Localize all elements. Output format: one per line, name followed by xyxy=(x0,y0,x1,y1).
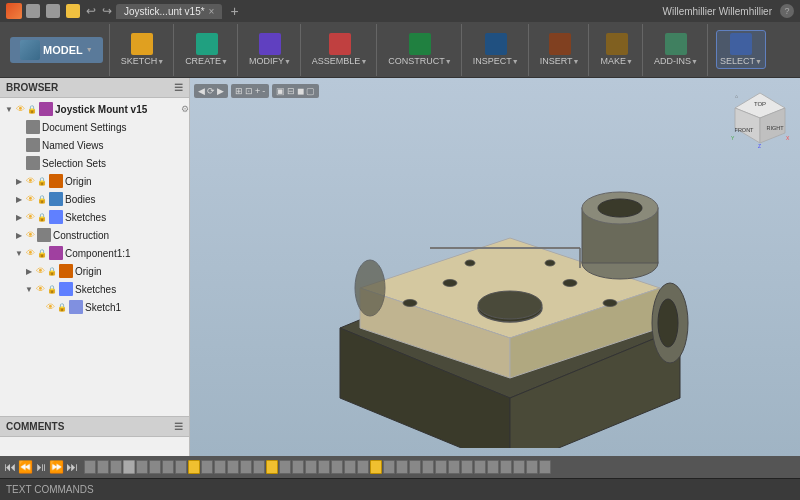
eye-icon-sketch1[interactable]: 👁 xyxy=(46,302,55,312)
timeline-prev-btn[interactable]: ⏪ xyxy=(18,460,33,474)
lock-icon-origin-root[interactable]: 🔒 xyxy=(37,177,47,186)
timeline-step[interactable] xyxy=(331,460,343,474)
assemble-btn[interactable]: ASSEMBLE ▼ xyxy=(309,31,370,68)
zoom-group[interactable]: ⊞ ⊡ + - xyxy=(231,84,269,98)
timeline-step[interactable] xyxy=(149,460,161,474)
nav-back-btn[interactable]: ◀ xyxy=(198,86,205,96)
timeline-step[interactable] xyxy=(383,460,395,474)
insert-btn[interactable]: INSERT ▼ xyxy=(537,31,583,68)
lock-icon-sketch1[interactable]: 🔒 xyxy=(57,303,67,312)
timeline-step[interactable] xyxy=(162,460,174,474)
timeline-step[interactable] xyxy=(305,460,317,474)
timeline-step[interactable] xyxy=(97,460,109,474)
new-icon[interactable] xyxy=(26,4,40,18)
timeline-step[interactable] xyxy=(214,460,226,474)
timeline-step[interactable] xyxy=(240,460,252,474)
tree-item-construction[interactable]: ▶ 👁 Construction xyxy=(0,226,189,244)
lock-icon-sketches-comp[interactable]: 🔒 xyxy=(47,285,57,294)
tree-item-sketch1[interactable]: 👁 🔒 Sketch1 xyxy=(0,298,189,316)
timeline-step[interactable] xyxy=(201,460,213,474)
browser-options-btn[interactable]: ☰ xyxy=(174,82,183,93)
timeline-step[interactable] xyxy=(396,460,408,474)
redo-icon[interactable]: ↪ xyxy=(102,4,112,18)
lock-icon-component1[interactable]: 🔒 xyxy=(37,249,47,258)
eye-icon-origin-root[interactable]: 👁 xyxy=(26,176,35,186)
eye-icon-origin-comp[interactable]: 👁 xyxy=(36,266,45,276)
lock-icon-root[interactable]: 🔒 xyxy=(27,105,37,114)
open-icon[interactable] xyxy=(46,4,60,18)
eye-icon-construction[interactable]: 👁 xyxy=(26,230,35,240)
tree-item-sketches-comp[interactable]: ▼ 👁 🔒 Sketches xyxy=(0,280,189,298)
timeline-first-btn[interactable]: ⏮ xyxy=(4,460,16,474)
zoom-in-btn[interactable]: + xyxy=(255,86,260,96)
file-tab[interactable]: Joystick...unt v15* × xyxy=(116,4,222,19)
timeline-step[interactable] xyxy=(110,460,122,474)
timeline-step[interactable] xyxy=(292,460,304,474)
zoom-fit-btn[interactable]: ⊞ xyxy=(235,86,243,96)
tree-item-selection-sets[interactable]: Selection Sets xyxy=(0,154,189,172)
browser-tree[interactable]: ▼ 👁 🔒 Joystick Mount v15 ⚙ Document Sett… xyxy=(0,98,189,416)
create-btn[interactable]: CREATE ▼ xyxy=(182,31,231,68)
timeline-step[interactable] xyxy=(227,460,239,474)
tree-item-sketches-root[interactable]: ▶ 👁 🔒 Sketches xyxy=(0,208,189,226)
timeline-step[interactable] xyxy=(123,460,135,474)
timeline-step[interactable] xyxy=(539,460,551,474)
view-orbit-btn[interactable]: ⟳ xyxy=(207,86,215,96)
tree-item-origin-comp[interactable]: ▶ 👁 🔒 Origin xyxy=(0,262,189,280)
display-group[interactable]: ▣ ⊟ ◼ ▢ xyxy=(272,84,319,98)
lock-icon-sketches-root[interactable]: 🔒 xyxy=(37,213,47,222)
timeline-step[interactable] xyxy=(318,460,330,474)
tree-item-root[interactable]: ▼ 👁 🔒 Joystick Mount v15 ⚙ xyxy=(0,100,189,118)
timeline-step-active[interactable] xyxy=(370,460,382,474)
timeline-step[interactable] xyxy=(279,460,291,474)
timeline-step-active[interactable] xyxy=(188,460,200,474)
timeline-last-btn[interactable]: ⏭ xyxy=(66,460,78,474)
display-outline-btn[interactable]: ▢ xyxy=(306,86,315,96)
select-btn[interactable]: SELECT ▼ xyxy=(716,30,766,69)
timeline-step[interactable] xyxy=(357,460,369,474)
timeline-step[interactable] xyxy=(344,460,356,474)
inspect-btn[interactable]: INSPECT ▼ xyxy=(470,31,522,68)
settings-icon-root[interactable]: ⚙ xyxy=(181,104,189,114)
display-shaded-btn[interactable]: ◼ xyxy=(297,86,304,96)
zoom-out-btn[interactable]: - xyxy=(262,86,265,96)
timeline-step[interactable] xyxy=(136,460,148,474)
eye-icon-root[interactable]: 👁 xyxy=(16,104,25,114)
make-btn[interactable]: MAKE ▼ xyxy=(597,31,635,68)
tree-item-bodies[interactable]: ▶ 👁 🔒 Bodies xyxy=(0,190,189,208)
timeline-step[interactable] xyxy=(474,460,486,474)
model-btn[interactable]: MODEL ▼ xyxy=(10,37,103,63)
timeline-step[interactable] xyxy=(84,460,96,474)
timeline-step[interactable] xyxy=(422,460,434,474)
tree-item-doc-settings[interactable]: Document Settings xyxy=(0,118,189,136)
eye-icon-sketches-root[interactable]: 👁 xyxy=(26,212,35,222)
timeline-step[interactable] xyxy=(461,460,473,474)
timeline-step[interactable] xyxy=(435,460,447,474)
view-nav-group[interactable]: ◀ ⟳ ▶ xyxy=(194,84,228,98)
lock-icon-origin-comp[interactable]: 🔒 xyxy=(47,267,57,276)
timeline-next-btn[interactable]: ⏩ xyxy=(49,460,64,474)
zoom-select-btn[interactable]: ⊡ xyxy=(245,86,253,96)
addins-btn[interactable]: ADD-INS ▼ xyxy=(651,31,701,68)
timeline-step[interactable] xyxy=(526,460,538,474)
timeline-step[interactable] xyxy=(448,460,460,474)
help-btn[interactable]: ? xyxy=(780,4,794,18)
eye-icon-component1[interactable]: 👁 xyxy=(26,248,35,258)
construct-btn[interactable]: CONSTRUCT ▼ xyxy=(385,31,454,68)
eye-icon-sketches-comp[interactable]: 👁 xyxy=(36,284,45,294)
nav-fwd-btn[interactable]: ▶ xyxy=(217,86,224,96)
timeline-step[interactable] xyxy=(175,460,187,474)
viewcube[interactable]: TOP FRONT RIGHT ⌂ X Y Z xyxy=(730,88,790,148)
display-mode-btn[interactable]: ▣ xyxy=(276,86,285,96)
tree-item-named-views[interactable]: Named Views xyxy=(0,136,189,154)
sketch-btn[interactable]: SKETCH ▼ xyxy=(118,31,167,68)
timeline-play-btn[interactable]: ⏯ xyxy=(35,460,47,474)
eye-icon-bodies[interactable]: 👁 xyxy=(26,194,35,204)
save-icon[interactable] xyxy=(66,4,80,18)
undo-icon[interactable]: ↩ xyxy=(86,4,96,18)
timeline-step[interactable] xyxy=(513,460,525,474)
timeline-step[interactable] xyxy=(409,460,421,474)
viewport[interactable]: TOP FRONT RIGHT ⌂ X Y Z ◀ ⟳ ▶ xyxy=(190,78,800,456)
add-tab-btn[interactable]: + xyxy=(230,3,238,19)
close-tab-btn[interactable]: × xyxy=(209,6,215,17)
